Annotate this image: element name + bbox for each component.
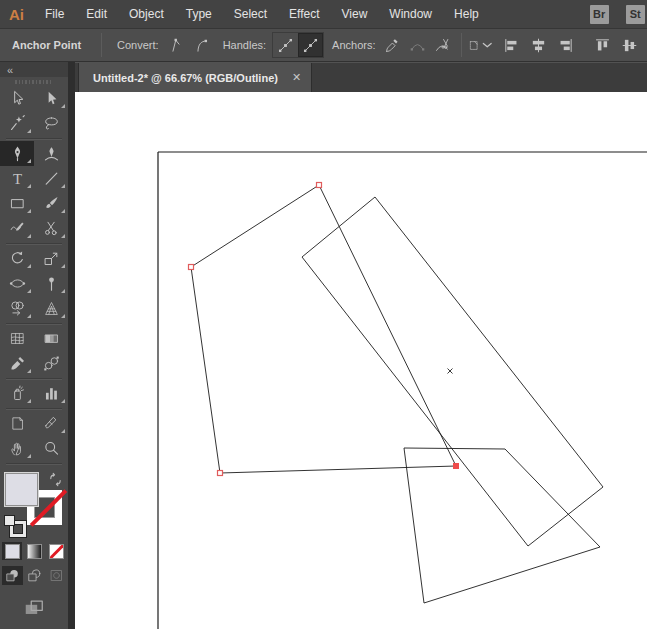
anchor-pen-button[interactable] xyxy=(380,33,405,57)
tool-flyout-badge xyxy=(27,454,31,458)
menu-edit[interactable]: Edit xyxy=(75,0,118,29)
menu-effect[interactable]: Effect xyxy=(278,0,330,29)
menu-help[interactable]: Help xyxy=(443,0,490,29)
document-tab[interactable]: Untitled-2* @ 66.67% (RGB/Outline) ✕ xyxy=(78,63,312,92)
tool-flyout-badge xyxy=(27,129,31,133)
tool-flyout-badge xyxy=(61,234,65,238)
magic-wand-tool[interactable] xyxy=(0,111,34,136)
bottom-quad xyxy=(404,448,600,603)
tool-flyout-badge xyxy=(27,264,31,268)
drawing-mode-buttons xyxy=(0,566,68,585)
color-paint-button[interactable] xyxy=(2,542,22,560)
control-divider xyxy=(101,33,102,57)
menu-type[interactable]: Type xyxy=(175,0,223,29)
handles-diagonal-button[interactable] xyxy=(273,33,298,57)
none-paint-button[interactable] xyxy=(46,542,66,560)
perspective-grid-tool[interactable] xyxy=(34,296,68,321)
shaper-tool[interactable] xyxy=(0,216,34,241)
label-anchors: Anchors: xyxy=(332,39,375,51)
column-graph-tool[interactable] xyxy=(34,381,68,406)
type-tool[interactable]: T xyxy=(0,166,34,191)
control-divider xyxy=(461,33,462,57)
menu-select[interactable]: Select xyxy=(223,0,278,29)
align-center-h-button[interactable] xyxy=(526,33,551,57)
scissors-tool[interactable] xyxy=(34,216,68,241)
bridge-button[interactable]: Br xyxy=(590,5,609,24)
menu-items: FileEditObjectTypeSelectEffectViewWindow… xyxy=(34,0,490,29)
default-fill-stroke-icon[interactable] xyxy=(5,516,21,532)
convert-smooth-button[interactable] xyxy=(189,33,214,57)
menu-window[interactable]: Window xyxy=(378,0,443,29)
swap-fill-stroke-icon[interactable] xyxy=(48,472,63,491)
paintbrush-tool[interactable] xyxy=(34,191,68,216)
blend-tool[interactable] xyxy=(34,351,68,376)
anchor-point-hollow xyxy=(317,183,322,188)
rotate-tool[interactable] xyxy=(0,246,34,271)
slice-tool[interactable] xyxy=(34,411,68,436)
tool-flyout-badge xyxy=(61,264,65,268)
convert-buttons xyxy=(164,33,214,57)
artboard-tool[interactable] xyxy=(0,411,34,436)
fill-swatch[interactable] xyxy=(6,474,37,505)
tool-flyout-badge xyxy=(27,209,31,213)
canvas[interactable] xyxy=(75,92,647,629)
control-groups: Convert:Handles:Anchors: xyxy=(108,33,455,57)
selection-tool[interactable] xyxy=(34,86,68,111)
tool-grid: T xyxy=(0,86,68,466)
zoom-tool[interactable] xyxy=(34,436,68,461)
tool-flyout-badge xyxy=(61,429,65,433)
align-buttons xyxy=(499,33,647,57)
curvature-tool[interactable] xyxy=(34,141,68,166)
object-center-mark xyxy=(448,369,453,374)
direct-selection-tool[interactable] xyxy=(0,86,34,111)
scale-tool[interactable] xyxy=(34,246,68,271)
panel-gutter xyxy=(68,62,75,629)
menu-file[interactable]: File xyxy=(34,0,75,29)
menu-view[interactable]: View xyxy=(331,0,379,29)
draw-inside-button[interactable] xyxy=(46,566,67,585)
label-handles: Handles: xyxy=(223,39,266,51)
gradient-paint-button[interactable] xyxy=(24,542,44,560)
menu-object[interactable]: Object xyxy=(118,0,175,29)
lasso-tool[interactable] xyxy=(34,111,68,136)
line-segment-tool[interactable] xyxy=(34,166,68,191)
anchors-buttons xyxy=(380,33,455,57)
eyedropper-tool[interactable] xyxy=(0,351,34,376)
pen-tool[interactable] xyxy=(0,141,34,166)
puppet-warp-tool[interactable] xyxy=(34,271,68,296)
control-bar-title: Anchor Point xyxy=(3,39,95,51)
tool-flyout-badge xyxy=(27,184,31,188)
mesh-tool[interactable] xyxy=(0,326,34,351)
document-setup-button[interactable] xyxy=(468,33,493,57)
anchor-cut-button[interactable] xyxy=(430,33,455,57)
rectangle-tool[interactable] xyxy=(0,191,34,216)
hand-tool[interactable] xyxy=(0,436,34,461)
draw-normal-button[interactable] xyxy=(2,566,23,585)
align-middle-v-button[interactable] xyxy=(617,33,642,57)
align-right-button[interactable] xyxy=(553,33,578,57)
tool-flyout-badge xyxy=(61,399,65,403)
rotated-rectangle xyxy=(302,197,603,546)
draw-behind-button[interactable] xyxy=(24,566,45,585)
fill-stroke-swatches xyxy=(0,472,68,538)
gradient-tool[interactable] xyxy=(34,326,68,351)
convert-corner-button[interactable] xyxy=(164,33,189,57)
anchor-point-hollow xyxy=(218,471,223,476)
close-tab-icon[interactable]: ✕ xyxy=(292,71,301,84)
handles-diagonal-button[interactable] xyxy=(298,33,323,57)
tool-flyout-badge xyxy=(27,234,31,238)
change-screen-mode-button[interactable] xyxy=(0,597,68,619)
tools-panel-header: « xyxy=(0,62,68,77)
anchor-curve-button[interactable] xyxy=(405,33,430,57)
stock-button[interactable]: St xyxy=(626,5,645,24)
tools-panel: « T xyxy=(0,62,68,629)
symbol-sprayer-tool[interactable] xyxy=(0,381,34,406)
width-tool[interactable] xyxy=(0,271,34,296)
tool-flyout-badge xyxy=(61,184,65,188)
tools-panel-grip[interactable] xyxy=(0,77,68,86)
align-top-button[interactable] xyxy=(590,33,615,57)
align-left-button[interactable] xyxy=(499,33,524,57)
tool-flyout-badge xyxy=(27,159,31,163)
shape-builder-tool[interactable] xyxy=(0,296,34,321)
collapse-panel-icon[interactable]: « xyxy=(7,65,13,75)
